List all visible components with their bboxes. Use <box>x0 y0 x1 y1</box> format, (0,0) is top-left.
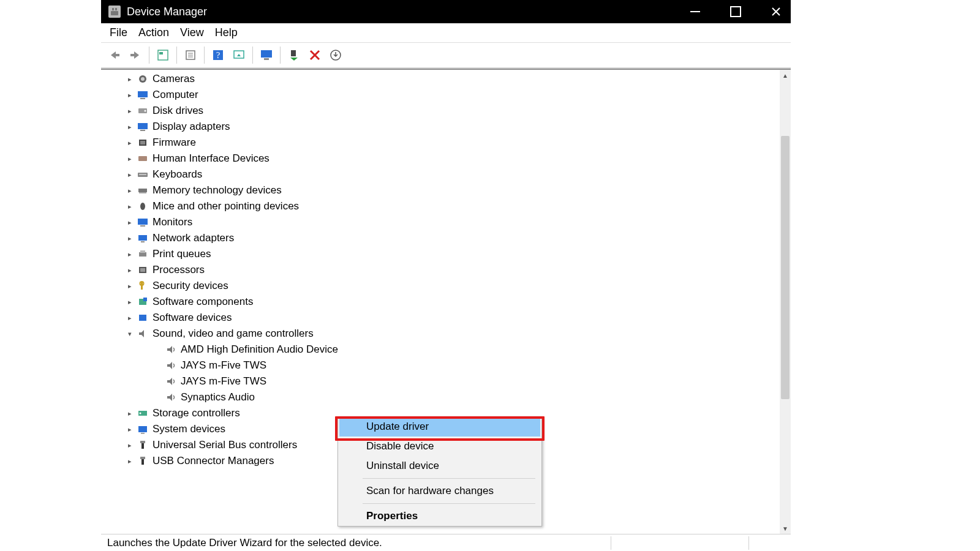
expand-toggle-icon[interactable]: ▸ <box>126 298 134 306</box>
monitor-icon <box>137 121 149 132</box>
status-text: Launches the Update Driver Wizard for th… <box>105 537 385 549</box>
properties-button[interactable] <box>181 45 200 65</box>
usb-icon <box>137 440 149 451</box>
expand-toggle-icon[interactable]: ▾ <box>126 330 134 338</box>
show-hidden-button[interactable] <box>153 45 173 65</box>
close-button[interactable] <box>769 4 783 19</box>
tree-category[interactable]: ▸ Cameras <box>101 71 780 87</box>
maximize-button[interactable] <box>728 4 743 19</box>
expand-toggle-icon[interactable]: ▸ <box>126 91 134 99</box>
tree-category[interactable]: ▸ Print queues <box>101 246 780 262</box>
tree-category[interactable]: ▸ Network adapters <box>101 230 780 246</box>
expand-toggle-icon[interactable]: ▸ <box>126 282 134 290</box>
disable-device-button[interactable] <box>305 45 325 65</box>
toolbar-separator <box>280 47 281 64</box>
scan-computer-button[interactable] <box>257 45 276 65</box>
expand-toggle-icon[interactable]: ▸ <box>126 187 134 195</box>
scroll-down-icon[interactable]: ▼ <box>780 523 791 534</box>
context-menu-item[interactable]: Properties <box>338 506 541 526</box>
tree-label: Print queues <box>153 248 211 260</box>
tree-category[interactable]: ▸ Keyboards <box>101 167 780 182</box>
statusbar-divider <box>611 536 611 550</box>
expand-toggle-icon[interactable]: ▸ <box>126 410 134 418</box>
minimize-button[interactable] <box>688 4 703 19</box>
expand-toggle-icon[interactable]: ▸ <box>126 250 134 258</box>
tree-device[interactable]: Synaptics Audio <box>101 389 780 405</box>
context-menu-item[interactable]: Disable device <box>338 437 541 456</box>
expand-toggle-icon[interactable]: ▸ <box>126 171 134 179</box>
back-button[interactable] <box>105 45 124 65</box>
svg-rect-0 <box>111 11 118 15</box>
tree-category[interactable]: ▸ Firmware <box>101 135 780 151</box>
speaker-icon <box>165 392 177 403</box>
status-bar: Launches the Update Driver Wizard for th… <box>101 534 791 551</box>
vertical-scrollbar[interactable]: ▲ ▼ <box>780 70 791 534</box>
menu-help[interactable]: Help <box>215 26 238 39</box>
svg-rect-41 <box>141 241 145 242</box>
context-menu-item[interactable]: Scan for hardware changes <box>338 481 541 501</box>
window-controls <box>688 4 783 19</box>
uninstall-device-button[interactable] <box>326 45 345 65</box>
scroll-thumb[interactable] <box>781 136 790 399</box>
tree-category[interactable]: ▸ Monitors <box>101 214 780 230</box>
expand-toggle-icon[interactable]: ▸ <box>126 75 134 83</box>
expand-toggle-icon[interactable]: ▸ <box>126 107 134 115</box>
menu-file[interactable]: File <box>110 26 127 39</box>
speaker-icon <box>165 360 177 371</box>
expand-toggle-icon[interactable]: ▸ <box>126 155 134 163</box>
tree-category[interactable]: ▸ Security devices <box>101 278 780 294</box>
expand-toggle-icon[interactable]: ▸ <box>126 123 134 131</box>
expand-toggle-icon[interactable]: ▸ <box>126 425 134 433</box>
menu-view[interactable]: View <box>180 26 204 39</box>
printer-icon <box>137 249 149 260</box>
svg-text:?: ? <box>216 51 220 60</box>
expand-toggle-icon[interactable]: ▸ <box>126 139 134 147</box>
tree-category[interactable]: ▸ Human Interface Devices <box>101 151 780 167</box>
svg-rect-7 <box>158 50 168 60</box>
expand-toggle-icon[interactable]: ▸ <box>126 219 134 227</box>
enable-device-button[interactable] <box>284 45 304 65</box>
hid-icon <box>137 153 149 164</box>
svg-rect-5 <box>115 54 119 56</box>
svg-rect-53 <box>138 426 147 432</box>
toolbar: ? <box>101 43 791 69</box>
svg-rect-40 <box>138 235 147 241</box>
forward-button[interactable] <box>126 45 145 65</box>
expand-toggle-icon[interactable]: ▸ <box>126 234 134 242</box>
scroll-up-icon[interactable]: ▲ <box>780 70 791 81</box>
tree-device[interactable]: AMD High Definition Audio Device <box>101 342 780 358</box>
tree-label: Display adapters <box>153 121 230 133</box>
context-menu-item[interactable]: Update driver <box>338 417 541 437</box>
tree-category[interactable]: ▸ Memory technology devices <box>101 182 780 198</box>
context-menu-label: Uninstall device <box>366 460 439 472</box>
expand-toggle-icon[interactable]: ▸ <box>126 441 134 449</box>
tree-category[interactable]: ▸ Computer <box>101 87 780 103</box>
computer-icon <box>260 48 273 62</box>
chip-icon <box>137 137 149 148</box>
tree-category[interactable]: ▸ Software devices <box>101 310 780 326</box>
tree-device[interactable]: JAYS m-Five TWS <box>101 358 780 373</box>
tree-category[interactable]: ▸ Processors <box>101 262 780 278</box>
menu-action[interactable]: Action <box>138 26 169 39</box>
expand-toggle-icon[interactable]: ▸ <box>126 203 134 211</box>
svg-rect-6 <box>130 54 135 56</box>
tree-category[interactable]: ▾ Sound, video and game controllers <box>101 326 780 342</box>
expand-toggle-icon[interactable]: ▸ <box>126 314 134 322</box>
tree-category[interactable]: ▸ Software components <box>101 294 780 310</box>
tree-device[interactable]: JAYS m-Five TWS <box>101 373 780 389</box>
tree-label: Firmware <box>153 137 196 149</box>
menu-bar: File Action View Help <box>101 23 791 43</box>
help-icon: ? <box>211 48 225 62</box>
mouse-icon <box>137 201 149 212</box>
help-button[interactable]: ? <box>208 45 228 65</box>
expand-toggle-icon[interactable]: ▸ <box>126 266 134 274</box>
back-icon <box>108 48 121 62</box>
tree-category[interactable]: ▸ Mice and other pointing devices <box>101 198 780 214</box>
tree-label: Network adapters <box>153 232 234 244</box>
update-driver-toolbar-button[interactable] <box>229 45 249 65</box>
tree-category[interactable]: ▸ Disk drives <box>101 103 780 119</box>
tree-category[interactable]: ▸ Display adapters <box>101 119 780 135</box>
expand-toggle-icon[interactable]: ▸ <box>126 457 134 465</box>
tree-label: Computer <box>153 89 198 101</box>
context-menu-item[interactable]: Uninstall device <box>338 456 541 476</box>
